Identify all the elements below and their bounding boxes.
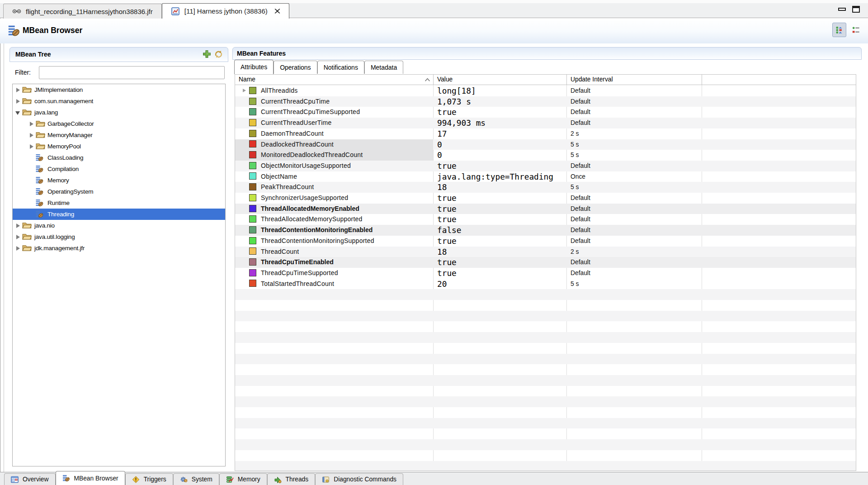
table-row-ThreadCount[interactable]: ThreadCount182 s xyxy=(235,247,856,257)
refresh-button[interactable] xyxy=(214,50,223,58)
feature-tab-Metadata[interactable]: Metadata xyxy=(364,61,403,74)
editor-tab-0[interactable]: flight_recording_11Harnessjython38836.jf… xyxy=(3,4,162,19)
attribute-update-interval: 2 s xyxy=(571,247,579,257)
folder-icon xyxy=(22,233,32,240)
table-row-CurrentThreadUserTime[interactable]: CurrentThreadUserTime994,903 msDefault xyxy=(235,118,856,128)
minimize-button[interactable] xyxy=(838,8,846,11)
attribute-value: true xyxy=(437,161,457,171)
attribute-name: ThreadAllocatedMemoryEnabled xyxy=(261,204,359,214)
table-row-ThreadCpuTimeEnabled[interactable]: ThreadCpuTimeEnabledtrueDefault xyxy=(235,257,856,268)
expand-arrow-icon[interactable] xyxy=(243,89,246,92)
attribute-name: PeakThreadCount xyxy=(261,182,314,193)
column-header-name[interactable]: Name xyxy=(239,75,255,85)
tree-item-label: GarbageCollector xyxy=(47,118,94,129)
page-tab-Memory[interactable]: Memory xyxy=(219,473,267,485)
attribute-value: true xyxy=(437,268,457,279)
table-row-ThreadContentionMonitoringEnabled[interactable]: ThreadContentionMonitoringEnabledfalseDe… xyxy=(235,225,856,236)
tree-item-Memory[interactable]: Memory xyxy=(13,175,225,186)
tree-item-Threading[interactable]: Threading xyxy=(13,209,225,220)
table-row-empty xyxy=(235,428,856,439)
attribute-value: 18 xyxy=(437,182,447,193)
collapsed-arrow-icon[interactable] xyxy=(16,246,20,251)
table-row-ObjectName[interactable]: ObjectNamejava.lang:type=ThreadingOnce xyxy=(235,171,856,182)
attribute-name: ThreadCount xyxy=(261,247,299,257)
attribute-value: true xyxy=(437,204,457,214)
feature-tab-Operations[interactable]: Operations xyxy=(274,61,317,74)
table-row-DaemonThreadCount[interactable]: DaemonThreadCount172 s xyxy=(235,128,856,139)
table-row-TotalStartedThreadCount[interactable]: TotalStartedThreadCount205 s xyxy=(235,279,856,290)
attribute-update-interval: Default xyxy=(571,214,590,225)
tree-item-java.util.logging[interactable]: java.util.logging xyxy=(13,231,225,242)
tree-item-label: Compilation xyxy=(47,163,79,175)
table-row-CurrentThreadCpuTimeSupported[interactable]: CurrentThreadCpuTimeSupportedtrueDefault xyxy=(235,107,856,118)
mbean-tree-section-header: MBean Tree xyxy=(9,47,228,62)
mbean-icon xyxy=(62,475,70,482)
page-tab-Overview[interactable]: Overview xyxy=(4,473,56,485)
collapsed-arrow-icon[interactable] xyxy=(30,133,33,138)
tree-item-label: Threading xyxy=(47,209,74,220)
attribute-value: 0 xyxy=(437,150,442,161)
tree-item-com.sun.management[interactable]: com.sun.management xyxy=(13,95,225,107)
maximize-button[interactable] xyxy=(852,6,860,13)
collapsed-arrow-icon[interactable] xyxy=(30,144,33,149)
page-tab-Diagnostic Commands[interactable]: Diagnostic Commands xyxy=(315,473,403,485)
attribute-update-interval: 2 s xyxy=(571,128,579,139)
tree-item-MemoryManager[interactable]: MemoryManager xyxy=(13,129,225,141)
expanded-arrow-icon[interactable] xyxy=(15,111,20,115)
attribute-value: 0 xyxy=(437,139,442,150)
feature-tab-Notifications[interactable]: Notifications xyxy=(317,61,364,74)
tree-item-GarbageCollector[interactable]: GarbageCollector xyxy=(13,118,225,129)
collapsed-arrow-icon[interactable] xyxy=(16,88,20,92)
close-icon[interactable] xyxy=(274,8,280,14)
table-row-SynchronizerUsageSupported[interactable]: SynchronizerUsageSupportedtrueDefault xyxy=(235,193,856,204)
table-row-PeakThreadCount[interactable]: PeakThreadCount185 s xyxy=(235,182,856,193)
tree-item-Runtime[interactable]: Runtime xyxy=(13,197,225,209)
column-header-update-interval[interactable]: Update Interval xyxy=(571,75,613,85)
filter-input[interactable] xyxy=(39,66,225,79)
page-tab-Triggers[interactable]: Triggers xyxy=(125,473,173,485)
table-row-empty xyxy=(235,364,856,375)
tree-item-JMImplementation[interactable]: JMImplementation xyxy=(13,84,225,95)
collapsed-arrow-icon[interactable] xyxy=(16,223,20,228)
page-tab-Threads[interactable]: Threads xyxy=(267,473,316,485)
horizontal-layout-button[interactable] xyxy=(850,24,862,36)
collapsed-arrow-icon[interactable] xyxy=(30,122,33,126)
table-row-MonitoredDeadlockedThreadCount[interactable]: MonitoredDeadlockedThreadCount05 s xyxy=(235,150,856,161)
editor-tab-1[interactable]: [11] Harness jython (38836) xyxy=(162,3,289,19)
attribute-update-interval: Default xyxy=(571,118,590,128)
tree-item-jdk.management.jfr[interactable]: jdk.management.jfr xyxy=(13,242,225,254)
tree-item-ClassLoading[interactable]: ClassLoading xyxy=(13,152,225,163)
attribute-value: 994,903 ms xyxy=(437,118,486,128)
table-row-ThreadCpuTimeSupported[interactable]: ThreadCpuTimeSupportedtrueDefault xyxy=(235,268,856,279)
vertical-layout-button[interactable] xyxy=(832,23,846,37)
page-tab-MBean Browser[interactable]: MBean Browser xyxy=(56,471,125,485)
attribute-value: true xyxy=(437,214,457,225)
collapsed-arrow-icon[interactable] xyxy=(16,235,20,239)
tree-item-java.nio[interactable]: java.nio xyxy=(13,220,225,231)
tree-item-OperatingSystem[interactable]: OperatingSystem xyxy=(13,186,225,197)
collapsed-arrow-icon[interactable] xyxy=(16,99,20,104)
tree-item-Compilation[interactable]: Compilation xyxy=(13,163,225,175)
table-row-empty xyxy=(235,289,856,300)
triggers-icon xyxy=(132,476,140,483)
feature-tab-Attributes[interactable]: Attributes xyxy=(234,60,274,74)
table-row-ThreadAllocatedMemoryEnabled[interactable]: ThreadAllocatedMemoryEnabledtrueDefault xyxy=(235,204,856,214)
table-row-empty xyxy=(235,375,856,386)
attribute-type-icon xyxy=(249,151,256,158)
page-tab-label: Memory xyxy=(238,476,260,483)
tree-item-java.lang[interactable]: java.lang xyxy=(13,107,225,118)
table-row-DeadlockedThreadCount[interactable]: DeadlockedThreadCount05 s xyxy=(235,139,856,150)
page-tab-System[interactable]: System xyxy=(173,473,219,485)
folder-icon xyxy=(22,97,32,105)
tree-item-MemoryPool[interactable]: MemoryPool xyxy=(13,141,225,152)
table-row-AllThreadIds[interactable]: AllThreadIdslong[18]Default xyxy=(235,86,856,96)
attribute-update-interval: Default xyxy=(571,225,590,236)
table-row-CurrentThreadCpuTime[interactable]: CurrentThreadCpuTime1,073 sDefault xyxy=(235,96,856,107)
attribute-update-interval: Default xyxy=(571,193,590,204)
table-row-ObjectMonitorUsageSupported[interactable]: ObjectMonitorUsageSupportedtrueDefault xyxy=(235,161,856,171)
table-row-ThreadAllocatedMemorySupported[interactable]: ThreadAllocatedMemorySupportedtrueDefaul… xyxy=(235,214,856,225)
table-row-ThreadContentionMonitoringSupported[interactable]: ThreadContentionMonitoringSupportedtrueD… xyxy=(235,236,856,247)
column-header-value[interactable]: Value xyxy=(437,75,453,85)
attributes-rows: AllThreadIdslong[18]DefaultCurrentThread… xyxy=(235,86,856,471)
add-mbean-button[interactable] xyxy=(203,50,211,58)
